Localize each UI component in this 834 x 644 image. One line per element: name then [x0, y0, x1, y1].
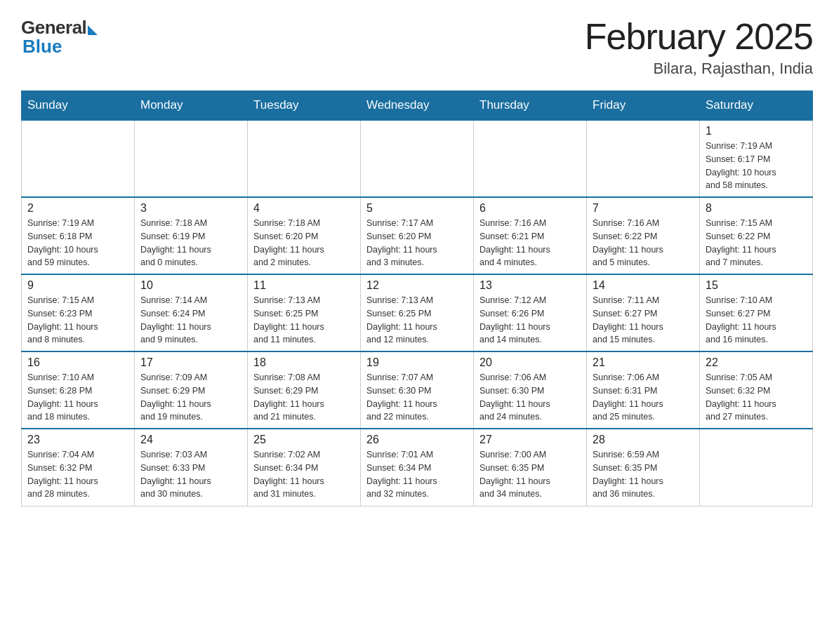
day-number: 6 — [479, 202, 581, 215]
location-subtitle: Bilara, Rajasthan, India — [585, 60, 813, 78]
calendar-day-2: 2Sunrise: 7:19 AMSunset: 6:18 PMDaylight… — [22, 197, 135, 274]
day-number: 12 — [366, 279, 468, 292]
day-number: 7 — [593, 202, 694, 215]
day-number: 10 — [140, 279, 241, 292]
calendar-day-18: 18Sunrise: 7:08 AMSunset: 6:29 PMDayligh… — [248, 351, 361, 429]
day-number: 9 — [27, 279, 128, 292]
calendar-day-22: 22Sunrise: 7:05 AMSunset: 6:32 PMDayligh… — [700, 351, 813, 429]
calendar-day-17: 17Sunrise: 7:09 AMSunset: 6:29 PMDayligh… — [135, 351, 248, 429]
day-number: 17 — [140, 356, 241, 369]
day-number: 27 — [479, 434, 581, 446]
weekday-header-friday: Friday — [587, 91, 700, 121]
calendar-day-3: 3Sunrise: 7:18 AMSunset: 6:19 PMDaylight… — [135, 197, 248, 274]
calendar-day-20: 20Sunrise: 7:06 AMSunset: 6:30 PMDayligh… — [474, 351, 587, 429]
calendar-empty-cell — [135, 120, 248, 197]
calendar-day-21: 21Sunrise: 7:06 AMSunset: 6:31 PMDayligh… — [587, 351, 700, 429]
day-info: Sunrise: 7:17 AMSunset: 6:20 PMDaylight:… — [366, 217, 468, 269]
calendar-day-1: 1Sunrise: 7:19 AMSunset: 6:17 PMDaylight… — [700, 120, 813, 197]
day-number: 14 — [593, 279, 694, 292]
title-section: February 2025 Bilara, Rajasthan, India — [585, 17, 813, 78]
day-info: Sunrise: 7:12 AMSunset: 6:26 PMDaylight:… — [479, 294, 581, 347]
weekday-header-monday: Monday — [135, 91, 248, 121]
day-number: 8 — [706, 202, 807, 215]
day-number: 2 — [27, 202, 128, 215]
day-info: Sunrise: 7:16 AMSunset: 6:21 PMDaylight:… — [479, 217, 581, 269]
weekday-header-row: SundayMondayTuesdayWednesdayThursdayFrid… — [22, 91, 813, 121]
logo-blue-text: Blue — [22, 36, 62, 58]
calendar-day-7: 7Sunrise: 7:16 AMSunset: 6:22 PMDaylight… — [587, 197, 700, 274]
calendar-empty-cell — [474, 120, 587, 197]
calendar-day-6: 6Sunrise: 7:16 AMSunset: 6:21 PMDaylight… — [474, 197, 587, 274]
calendar-day-15: 15Sunrise: 7:10 AMSunset: 6:27 PMDayligh… — [700, 274, 813, 351]
day-number: 4 — [253, 202, 355, 215]
month-year-title: February 2025 — [585, 17, 813, 57]
calendar-day-13: 13Sunrise: 7:12 AMSunset: 6:26 PMDayligh… — [474, 274, 587, 351]
day-number: 16 — [27, 356, 128, 369]
page-header: General Blue February 2025 Bilara, Rajas… — [21, 17, 813, 78]
day-info: Sunrise: 7:06 AMSunset: 6:30 PMDaylight:… — [479, 371, 581, 424]
day-info: Sunrise: 7:05 AMSunset: 6:32 PMDaylight:… — [706, 371, 807, 424]
day-info: Sunrise: 7:13 AMSunset: 6:25 PMDaylight:… — [366, 294, 468, 347]
calendar-empty-cell — [700, 429, 813, 506]
calendar-week-row: 9Sunrise: 7:15 AMSunset: 6:23 PMDaylight… — [22, 274, 813, 351]
day-number: 15 — [706, 279, 807, 292]
day-info: Sunrise: 7:08 AMSunset: 6:29 PMDaylight:… — [253, 371, 355, 424]
weekday-header-saturday: Saturday — [700, 91, 813, 121]
day-info: Sunrise: 7:00 AMSunset: 6:35 PMDaylight:… — [479, 448, 581, 501]
calendar-week-row: 1Sunrise: 7:19 AMSunset: 6:17 PMDaylight… — [22, 120, 813, 197]
day-info: Sunrise: 6:59 AMSunset: 6:35 PMDaylight:… — [593, 448, 694, 501]
day-info: Sunrise: 7:19 AMSunset: 6:18 PMDaylight:… — [27, 217, 128, 269]
day-info: Sunrise: 7:03 AMSunset: 6:33 PMDaylight:… — [140, 448, 241, 501]
calendar-day-16: 16Sunrise: 7:10 AMSunset: 6:28 PMDayligh… — [22, 351, 135, 429]
day-number: 20 — [479, 356, 581, 369]
day-number: 19 — [366, 356, 468, 369]
day-number: 21 — [593, 356, 694, 369]
day-info: Sunrise: 7:13 AMSunset: 6:25 PMDaylight:… — [253, 294, 355, 347]
day-number: 11 — [253, 279, 355, 292]
calendar-table: SundayMondayTuesdayWednesdayThursdayFrid… — [21, 90, 813, 507]
day-number: 25 — [253, 434, 355, 446]
day-info: Sunrise: 7:10 AMSunset: 6:27 PMDaylight:… — [706, 294, 807, 347]
day-info: Sunrise: 7:18 AMSunset: 6:19 PMDaylight:… — [140, 217, 241, 269]
calendar-day-26: 26Sunrise: 7:01 AMSunset: 6:34 PMDayligh… — [361, 429, 474, 506]
day-info: Sunrise: 7:18 AMSunset: 6:20 PMDaylight:… — [253, 217, 355, 269]
weekday-header-thursday: Thursday — [474, 91, 587, 121]
day-number: 23 — [27, 434, 128, 446]
calendar-empty-cell — [248, 120, 361, 197]
logo-arrow-icon — [88, 25, 98, 35]
day-info: Sunrise: 7:02 AMSunset: 6:34 PMDaylight:… — [253, 448, 355, 501]
day-info: Sunrise: 7:01 AMSunset: 6:34 PMDaylight:… — [366, 448, 468, 501]
day-number: 24 — [140, 434, 241, 446]
day-info: Sunrise: 7:10 AMSunset: 6:28 PMDaylight:… — [27, 371, 128, 424]
weekday-header-tuesday: Tuesday — [248, 91, 361, 121]
calendar-day-24: 24Sunrise: 7:03 AMSunset: 6:33 PMDayligh… — [135, 429, 248, 506]
logo: General Blue — [21, 17, 98, 58]
calendar-day-14: 14Sunrise: 7:11 AMSunset: 6:27 PMDayligh… — [587, 274, 700, 351]
calendar-empty-cell — [22, 120, 135, 197]
day-number: 28 — [593, 434, 694, 446]
day-number: 18 — [253, 356, 355, 369]
day-info: Sunrise: 7:15 AMSunset: 6:22 PMDaylight:… — [706, 217, 807, 269]
calendar-day-27: 27Sunrise: 7:00 AMSunset: 6:35 PMDayligh… — [474, 429, 587, 506]
calendar-day-19: 19Sunrise: 7:07 AMSunset: 6:30 PMDayligh… — [361, 351, 474, 429]
calendar-empty-cell — [587, 120, 700, 197]
calendar-week-row: 16Sunrise: 7:10 AMSunset: 6:28 PMDayligh… — [22, 351, 813, 429]
day-info: Sunrise: 7:19 AMSunset: 6:17 PMDaylight:… — [706, 140, 807, 192]
calendar-day-12: 12Sunrise: 7:13 AMSunset: 6:25 PMDayligh… — [361, 274, 474, 351]
day-number: 5 — [366, 202, 468, 215]
calendar-day-25: 25Sunrise: 7:02 AMSunset: 6:34 PMDayligh… — [248, 429, 361, 506]
day-info: Sunrise: 7:15 AMSunset: 6:23 PMDaylight:… — [27, 294, 128, 347]
calendar-day-8: 8Sunrise: 7:15 AMSunset: 6:22 PMDaylight… — [700, 197, 813, 274]
day-number: 13 — [479, 279, 581, 292]
day-info: Sunrise: 7:04 AMSunset: 6:32 PMDaylight:… — [27, 448, 128, 501]
day-number: 22 — [706, 356, 807, 369]
day-info: Sunrise: 7:06 AMSunset: 6:31 PMDaylight:… — [593, 371, 694, 424]
calendar-day-4: 4Sunrise: 7:18 AMSunset: 6:20 PMDaylight… — [248, 197, 361, 274]
calendar-day-28: 28Sunrise: 6:59 AMSunset: 6:35 PMDayligh… — [587, 429, 700, 506]
calendar-day-11: 11Sunrise: 7:13 AMSunset: 6:25 PMDayligh… — [248, 274, 361, 351]
day-info: Sunrise: 7:09 AMSunset: 6:29 PMDaylight:… — [140, 371, 241, 424]
calendar-empty-cell — [361, 120, 474, 197]
day-info: Sunrise: 7:16 AMSunset: 6:22 PMDaylight:… — [593, 217, 694, 269]
day-info: Sunrise: 7:14 AMSunset: 6:24 PMDaylight:… — [140, 294, 241, 347]
day-number: 3 — [140, 202, 241, 215]
